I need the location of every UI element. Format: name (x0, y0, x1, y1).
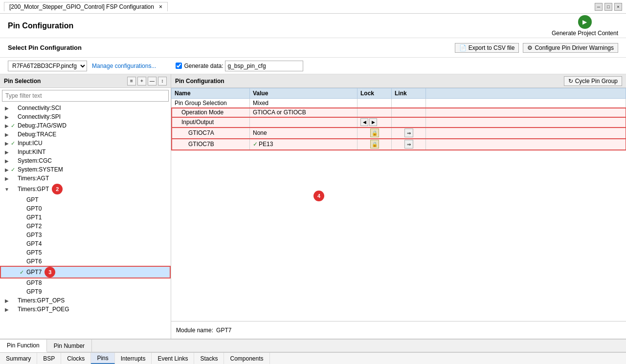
tree-arrow: ▶ (3, 158, 11, 164)
tree-item-gpt[interactable]: GPT (0, 195, 171, 204)
cell-name: GTIOC7B (172, 139, 250, 150)
minimize-btn[interactable]: ─ (595, 3, 603, 11)
expand-btn[interactable]: + (137, 77, 146, 86)
cell-value: ✓PE13 (250, 139, 358, 150)
main-content: Pin Selection ≡ + — ↕ ▶Connectivity:SCI▶… (0, 74, 626, 339)
tree-item-gpt9[interactable]: GPT9 (0, 287, 171, 296)
tab-bsp[interactable]: BSP (37, 353, 61, 364)
tree-item-debug-jtag[interactable]: ▶✓Debug:JTAG/SWD (0, 121, 171, 130)
cell-lock: 🔒 (358, 128, 392, 139)
pincfg-select[interactable]: R7FA6T2BD3CFP.pincfg (8, 61, 87, 71)
table-row[interactable]: GTIOC7B✓PE13🔒⇒ (172, 139, 626, 150)
sort-btn[interactable]: ↕ (158, 77, 167, 86)
col-header-extra (426, 88, 626, 99)
cell-link: ⇒ (392, 139, 426, 150)
pin-configuration-title: Pin Configuration (175, 78, 224, 85)
list-view-btn[interactable]: ≡ (127, 77, 136, 86)
cell-extra (426, 99, 626, 108)
title-tab-close[interactable]: × (159, 3, 162, 10)
table-row[interactable]: Input/Output◀▶ (172, 117, 626, 128)
pin-function-tab[interactable]: Pin Function (0, 340, 47, 352)
close-btn[interactable]: × (614, 3, 622, 11)
lock-icon[interactable]: 🔒 (370, 128, 379, 137)
tab-event-links[interactable]: Event Links (152, 353, 194, 364)
cell-link (392, 99, 426, 108)
tree-item-timers-gpt-ops[interactable]: ▶Timers:GPT_OPS (0, 296, 171, 305)
tab-components[interactable]: Components (224, 353, 269, 364)
link-icon[interactable]: ⇒ (404, 140, 413, 149)
tree-item-input-kint[interactable]: ▶Input:KINT (0, 148, 171, 156)
manage-configurations-link[interactable]: Manage configurations... (92, 63, 156, 69)
tree-item-gpt6[interactable]: GPT6 (0, 257, 171, 266)
tree-item-gpt2[interactable]: GPT2 (0, 222, 171, 231)
lock-icon[interactable]: 🔒 (370, 140, 379, 149)
tree-item-label: Timers:GPT_POEG (18, 306, 69, 313)
col-header-name: Name (172, 88, 250, 99)
tree-item-label: GPT2 (26, 223, 42, 230)
tree-arrow: ▶ (3, 114, 11, 120)
tree-item-label: System:SYSTEM (18, 166, 63, 173)
tree-item-timers-gpt[interactable]: ▼Timers:GPT2 (0, 183, 171, 195)
generate-data-input[interactable] (225, 61, 303, 71)
generate-data-checkbox[interactable] (176, 63, 182, 69)
tree-item-gpt5[interactable]: GPT5 (0, 248, 171, 257)
tree-arrow: ▶ (3, 123, 11, 128)
generate-project-button[interactable]: Generate Project Content (552, 15, 618, 37)
tree-item-gpt8[interactable]: GPT8 (0, 278, 171, 287)
table-row[interactable]: Operation ModeGTIOCA or GTIOCB (172, 108, 626, 117)
tree-item-system-cgc[interactable]: ▶System:CGC (0, 156, 171, 165)
check-icon: ✓ (253, 141, 258, 148)
maximize-btn[interactable]: □ (604, 3, 612, 11)
tree-item-gpt3[interactable]: GPT3 (0, 231, 171, 239)
tab-interrupts[interactable]: Interrupts (115, 353, 152, 364)
tab-clocks[interactable]: Clocks (61, 353, 91, 364)
panel-toolbar: ≡ + — ↕ (127, 77, 167, 86)
cell-name-text: Input/Output (175, 119, 214, 126)
cell-name-text: GTIOC7B (175, 141, 214, 148)
filter-input[interactable] (2, 90, 169, 102)
cell-name-text: Pin Group Selection (175, 100, 227, 107)
table-row[interactable]: GTIOC7ANone🔒⇒ (172, 128, 626, 139)
tree-arrow: ▶ (3, 307, 11, 312)
tree-item-debug-trace[interactable]: ▶Debug:TRACE (0, 130, 171, 139)
tab-summary[interactable]: Summary (0, 353, 37, 364)
cell-name: Operation Mode (172, 108, 250, 117)
tree-item-gpt1[interactable]: GPT1 (0, 213, 171, 222)
tree-item-gpt0[interactable]: GPT0 (0, 204, 171, 213)
title-bar-controls: ─ □ × (595, 3, 622, 11)
module-name-area: Module name: GPT7 (171, 321, 626, 339)
tree-item-timers-gpt-poeg[interactable]: ▶Timers:GPT_POEG (0, 305, 171, 314)
cell-value: GTIOCA or GTIOCB (250, 108, 358, 117)
nav-left-arrow[interactable]: ◀ (360, 118, 368, 126)
config-row2: R7FA6T2BD3CFP.pincfg Manage configuratio… (0, 58, 626, 74)
cell-extra (426, 108, 626, 117)
tree-item-connectivity-spi[interactable]: ▶Connectivity:SPI (0, 112, 171, 121)
cycle-btn-label: Cycle Pin Group (575, 78, 618, 85)
tree-item-timers-agt[interactable]: ▶Timers:AGT (0, 174, 171, 183)
tree-arrow: ▶ (3, 298, 11, 303)
tree-arrow: ▶ (3, 132, 11, 137)
link-icon[interactable]: ⇒ (404, 128, 413, 137)
cell-name: Input/Output (172, 117, 250, 128)
nav-right-arrow[interactable]: ▶ (369, 118, 377, 126)
cycle-pin-group-button[interactable]: ↻ Cycle Pin Group (564, 76, 622, 86)
title-tab-label: [200_Motor_Stepper_GPIO_Control] FSP Con… (9, 3, 154, 10)
tab-stacks[interactable]: Stacks (194, 353, 224, 364)
configure-warnings-button[interactable]: ⚙ Configure Pin Driver Warnings (523, 43, 618, 53)
tree-item-label: System:CGC (18, 157, 52, 164)
title-tab[interactable]: [200_Motor_Stepper_GPIO_Control] FSP Con… (4, 2, 168, 11)
collapse-btn[interactable]: — (148, 77, 156, 86)
table-row[interactable]: Pin Group SelectionMixed (172, 99, 626, 108)
cycle-icon: ↻ (568, 78, 573, 85)
tree-item-system-system[interactable]: ▶✓System:SYSTEM (0, 165, 171, 174)
pin-config-table-container: Name Value Lock Link Pin Group Selection… (171, 88, 626, 321)
tree-item-input-icu[interactable]: ▶✓Input:ICU (0, 139, 171, 148)
tree-item-gpt7[interactable]: ✓GPT73 (0, 266, 171, 278)
right-panel: Pin Configuration ↻ Cycle Pin Group Name (171, 74, 626, 339)
title-bar: [200_Motor_Stepper_GPIO_Control] FSP Con… (0, 0, 626, 14)
tab-pins[interactable]: Pins (91, 353, 114, 364)
export-csv-button[interactable]: 📄 Export to CSV file (455, 43, 519, 53)
tree-item-connectivity-sci[interactable]: ▶Connectivity:SCI (0, 104, 171, 112)
pin-number-tab[interactable]: Pin Number (47, 340, 92, 352)
tree-item-gpt4[interactable]: GPT4 (0, 239, 171, 248)
